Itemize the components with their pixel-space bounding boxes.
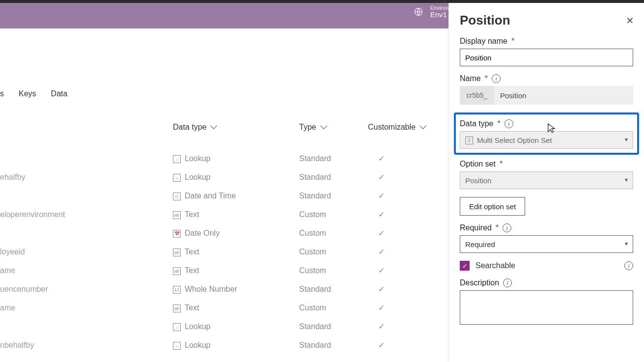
row-customizable-check: ✓ bbox=[378, 168, 385, 187]
row-customizable-check: ✓ bbox=[378, 336, 385, 355]
tab-partial[interactable]: s bbox=[0, 89, 4, 98]
datatype-icon: ⌕ bbox=[173, 174, 181, 182]
chevron-down-icon: ▾ bbox=[625, 136, 628, 143]
column-header-label: Customizable bbox=[368, 123, 416, 132]
column-header-datatype[interactable]: Data type bbox=[173, 123, 216, 132]
table-row[interactable]: eloperenvironmentabTextCustom✓ bbox=[0, 205, 449, 224]
optionset-icon: ☰ bbox=[465, 137, 473, 144]
table-row[interactable]: 📅Date OnlyCustom✓ bbox=[0, 224, 449, 243]
row-datatype-text: Text bbox=[185, 205, 199, 224]
required-asterisk: * bbox=[500, 160, 503, 168]
panel-title: Position bbox=[460, 13, 633, 28]
table-row[interactable]: uencenumber12Whole NumberStandard✓ bbox=[0, 280, 449, 299]
field-name: Name * i cr5b5_ Position bbox=[460, 74, 633, 105]
row-datatype-text: Lookup bbox=[185, 168, 211, 187]
environment-text: Environ Env1 bbox=[430, 5, 448, 19]
data-type-value: Multi Select Option Set bbox=[477, 136, 552, 144]
table-row[interactable]: loyeeidabTextCustom✓ bbox=[0, 243, 449, 261]
data-type-select[interactable]: ☰ Multi Select Option Set ▾ bbox=[460, 131, 633, 149]
row-customizable-check: ✓ bbox=[378, 149, 385, 168]
description-label: Description bbox=[460, 278, 499, 287]
table-row[interactable]: ⌕LookupStandard✓ bbox=[0, 317, 449, 336]
row-name: ame bbox=[0, 299, 15, 317]
row-name: eloperenvironment bbox=[0, 205, 65, 224]
row-datatype: ⌕Lookup bbox=[173, 149, 211, 168]
column-header-customizable[interactable]: Customizable bbox=[368, 123, 425, 132]
table-row[interactable]: ehalfby⌕LookupStandard✓ bbox=[0, 168, 449, 187]
display-name-input[interactable] bbox=[460, 49, 633, 66]
row-customizable-check: ✓ bbox=[378, 280, 385, 299]
row-type: Standard bbox=[299, 280, 331, 299]
row-customizable-check: ✓ bbox=[378, 317, 385, 336]
required-value: Required bbox=[465, 240, 495, 249]
row-name: uencenumber bbox=[0, 280, 48, 299]
info-icon[interactable]: i bbox=[503, 223, 511, 232]
row-datatype: abText bbox=[173, 299, 199, 317]
option-set-label: Option set bbox=[460, 160, 496, 168]
table-row[interactable]: ameabTextCustom✓ bbox=[0, 261, 449, 280]
row-type: Custom bbox=[299, 261, 326, 280]
edit-option-set-button[interactable]: Edit option set bbox=[460, 197, 525, 216]
row-customizable-check: ✓ bbox=[378, 187, 385, 205]
data-type-label: Data type bbox=[460, 119, 493, 128]
environment-label: Environ bbox=[430, 5, 448, 11]
name-suffix: Position bbox=[494, 86, 633, 105]
cursor-icon bbox=[547, 123, 556, 134]
description-textarea[interactable] bbox=[460, 290, 633, 325]
option-set-select[interactable]: Position ▾ bbox=[460, 171, 633, 189]
option-set-value: Position bbox=[465, 176, 491, 185]
row-datatype: ⌕Lookup bbox=[173, 317, 211, 336]
row-customizable-check: ✓ bbox=[378, 205, 385, 224]
datatype-icon: ab bbox=[173, 267, 181, 275]
required-asterisk: * bbox=[497, 119, 500, 128]
chevron-down-icon bbox=[320, 122, 327, 129]
display-name-label: Display name bbox=[460, 37, 507, 46]
table-row[interactable]: ameabTextCustom✓ bbox=[0, 299, 449, 317]
environment-picker[interactable]: Environ Env1 bbox=[414, 5, 448, 19]
environment-value: Env1 bbox=[430, 11, 448, 19]
tab-data[interactable]: Data bbox=[51, 89, 68, 98]
datatype-icon: ⌕ bbox=[173, 342, 181, 350]
table-row[interactable]: ⌕LookupStandard✓ bbox=[0, 149, 449, 168]
row-datatype: ⏲Date and Time bbox=[173, 187, 236, 205]
column-header-label: Data type bbox=[173, 123, 206, 132]
row-name: nbehalfby bbox=[0, 336, 34, 355]
datatype-icon: ⌕ bbox=[173, 155, 181, 163]
info-icon[interactable]: i bbox=[504, 119, 513, 128]
close-button[interactable]: ✕ bbox=[626, 15, 634, 27]
row-customizable-check: ✓ bbox=[378, 243, 385, 261]
row-customizable-check: ✓ bbox=[378, 299, 385, 317]
info-icon[interactable]: i bbox=[492, 74, 501, 83]
row-datatype: abText bbox=[173, 261, 199, 280]
row-datatype: 📅Date Only bbox=[173, 224, 220, 243]
datatype-icon: 📅 bbox=[173, 230, 181, 238]
row-name: ehalfby bbox=[0, 168, 26, 187]
required-asterisk: * bbox=[511, 37, 514, 46]
row-datatype-text: Whole Number bbox=[185, 280, 237, 299]
name-label: Name bbox=[460, 74, 481, 83]
tab-keys[interactable]: Keys bbox=[19, 89, 36, 98]
info-icon[interactable]: i bbox=[624, 261, 633, 270]
row-datatype-text: Date and Time bbox=[185, 187, 236, 205]
edit-option-set-label: Edit option set bbox=[469, 202, 516, 211]
field-properties-panel: Position ✕ Display name * Name * i cr5b5… bbox=[448, 3, 644, 362]
row-datatype-text: Text bbox=[185, 243, 199, 261]
table-row[interactable]: ⏲Date and TimeStandard✓ bbox=[0, 187, 449, 205]
row-name: loyeeid bbox=[0, 243, 25, 261]
row-datatype-text: Text bbox=[185, 299, 199, 317]
row-datatype-text: Lookup bbox=[185, 149, 211, 168]
column-header-label: Type bbox=[299, 123, 316, 132]
info-icon[interactable]: i bbox=[503, 278, 512, 287]
checkmark-icon: ✓ bbox=[460, 261, 470, 271]
datatype-icon: ab bbox=[173, 305, 181, 312]
row-datatype: abText bbox=[173, 243, 199, 261]
field-option-set: Option set * Position ▾ bbox=[460, 160, 633, 189]
searchable-checkbox[interactable]: ✓ Searchable i bbox=[460, 261, 633, 271]
row-customizable-check: ✓ bbox=[378, 261, 385, 280]
chevron-down-icon: ▾ bbox=[625, 240, 628, 247]
field-required: Required * i Required ▾ bbox=[460, 223, 633, 253]
column-header-type[interactable]: Type bbox=[299, 123, 326, 132]
row-datatype: 12Whole Number bbox=[173, 280, 237, 299]
required-select[interactable]: Required ▾ bbox=[460, 235, 633, 253]
table-row[interactable]: nbehalfby⌕LookupStandard✓ bbox=[0, 336, 449, 355]
